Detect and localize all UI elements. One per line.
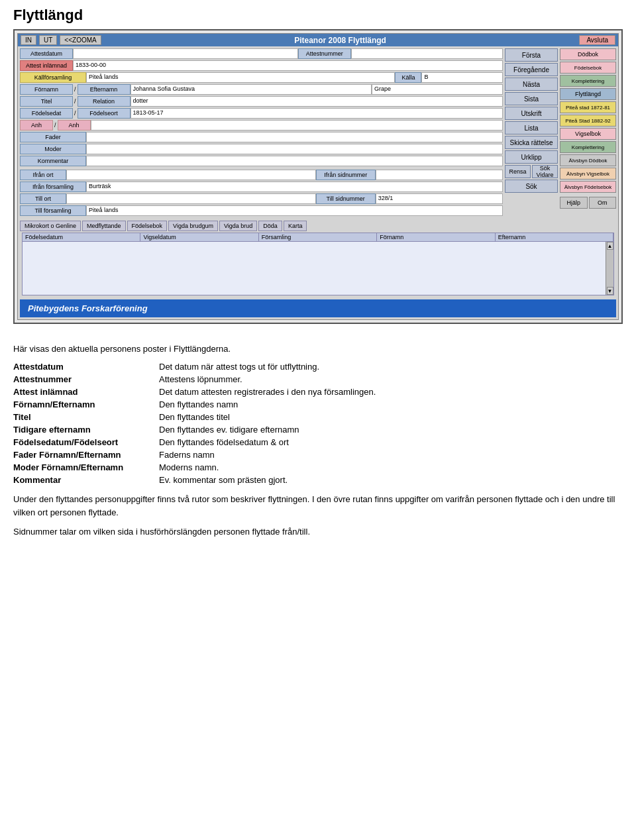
- efternamn-label: Efternamn: [78, 84, 131, 95]
- titel-label: Titel: [20, 96, 73, 107]
- fornamn-row: Förnamn / Efternamn Johanna Sofia Gustav…: [20, 84, 503, 95]
- fodelsebook-button[interactable]: Födelsebok: [560, 62, 616, 74]
- desc-label-fodelsedatum-fodelseort: Födelsedatum/Födelseort: [13, 437, 159, 447]
- till-sidnummer-value[interactable]: 328/1: [376, 193, 503, 204]
- tab-mikrokort[interactable]: Mikrokort o Genline: [20, 221, 81, 231]
- moder-value[interactable]: [86, 144, 503, 154]
- desc-row-attestnummer: Attestnummer Attestens löpnummer.: [13, 374, 623, 384]
- attestnummer-value[interactable]: [351, 48, 503, 59]
- hjalp-om-row: Hjälp Om: [560, 197, 616, 209]
- tab-medflyttande[interactable]: Medflyttande: [82, 221, 126, 231]
- skicka-rattelse-button[interactable]: Skicka rättelse: [505, 136, 558, 149]
- tab-fodelsebook[interactable]: Födelsebok: [127, 221, 168, 231]
- tab-vigda-brudgum[interactable]: Vigda brudgum: [168, 221, 218, 231]
- utskrift-button[interactable]: Utskrift: [505, 107, 558, 120]
- tab-karta[interactable]: Karta: [284, 221, 307, 231]
- tab-doda[interactable]: Döda: [258, 221, 282, 231]
- col-efternamn: Efternamn: [496, 233, 613, 241]
- desc-label-tidigare-efternamn: Tidigare efternamn: [13, 425, 159, 435]
- till-ort-value[interactable]: [66, 193, 316, 204]
- desc-row-fodelsedatum-fodelseort: Födelsedatum/Födelseort Den flyttandes f…: [13, 437, 623, 447]
- sok-button[interactable]: Sök: [505, 180, 558, 193]
- alvsbyn-vigselbok-button[interactable]: Älvsbyn Vigselbok: [560, 168, 616, 180]
- table-scrollbar[interactable]: ▲ ▼: [606, 242, 613, 295]
- attestdatum-value[interactable]: [73, 48, 298, 59]
- fornamn-value[interactable]: Johanna Sofia Gustava: [131, 84, 372, 95]
- scrollbar-up-icon[interactable]: ▲: [607, 242, 613, 250]
- fodelseort-label: Födelseort: [78, 108, 131, 119]
- sista-button[interactable]: Sista: [505, 92, 558, 105]
- alvsbyn-fodelsebook-button[interactable]: Älvsbyn Födelsebok: [560, 181, 616, 193]
- ifran-ort-row: Ifrån ort Ifrån sidnummer: [20, 170, 503, 180]
- om-button[interactable]: Om: [589, 197, 617, 209]
- desc-value-titel: Den flyttandes titel: [159, 412, 230, 422]
- kommentar-row: Kommentar: [20, 156, 503, 166]
- ut-button[interactable]: UT: [39, 35, 57, 45]
- sok-vidare-button[interactable]: SökVidare: [532, 165, 558, 178]
- attest-inlamnad-value[interactable]: 1833-00-00: [73, 60, 503, 71]
- tabs-row: Mikrokort o Genline Medflyttande Födelse…: [20, 221, 616, 231]
- vigselbok-button[interactable]: Vigselbok: [560, 128, 616, 140]
- kommentar-label: Kommentar: [20, 156, 86, 166]
- scrollbar-down-icon[interactable]: ▼: [607, 287, 613, 295]
- table-header: Födelsedatum Vigseldatum Församling Förn…: [23, 233, 613, 242]
- moder-row: Moder: [20, 144, 503, 154]
- desc-table: Attestdatum Det datum när attest togs ut…: [13, 362, 623, 485]
- pitea-stad-1872-button[interactable]: Piteå stad 1872-81: [560, 101, 616, 113]
- desc-row-fader: Fader Förnamn/Efternamn Faderns namn: [13, 450, 623, 460]
- alvsbyn-dodbok-button[interactable]: Älvsbyn Dödbok: [560, 154, 616, 166]
- kalla-value[interactable]: B: [421, 72, 503, 83]
- tab-vigda-brud[interactable]: Vigda brud: [219, 221, 257, 231]
- komplettering-button[interactable]: Komplettering: [560, 75, 616, 87]
- kommentar-value[interactable]: [86, 156, 503, 166]
- hjalp-button[interactable]: Hjälp: [560, 197, 588, 209]
- kalla-label: Källa: [395, 72, 421, 83]
- anh-value[interactable]: [91, 120, 503, 131]
- anh2-label: Anh: [58, 120, 91, 131]
- foregaende-button[interactable]: Föregående: [505, 63, 558, 76]
- desc-label-moder: Moder Förnamn/Efternamn: [13, 462, 159, 472]
- desc-value-tidigare-efternamn: Den flyttandes ev. tidigare efternamn: [159, 425, 299, 435]
- ifran-sidnummer-value[interactable]: [376, 170, 503, 180]
- efternamn-value[interactable]: Grape: [372, 84, 503, 95]
- in-button[interactable]: IN: [21, 35, 36, 45]
- rensa-button[interactable]: Rensa: [505, 165, 531, 178]
- ifran-forsamling-label: Ifrån församling: [20, 182, 86, 192]
- nasta-button[interactable]: Nästa: [505, 78, 558, 91]
- pitea-stad-1882-button[interactable]: Piteå Stad 1882-92: [560, 115, 616, 127]
- relation-label: Relation: [78, 96, 131, 107]
- till-forsamling-label: Till församling: [20, 205, 86, 216]
- desc-para2: Sidnummer talar om vilken sida i husförh…: [13, 525, 623, 539]
- fodelsedat-value[interactable]: 1813-05-17: [131, 108, 503, 119]
- desc-value-attest-inlamnad: Det datum attesten registrerades i den n…: [159, 387, 376, 397]
- kallforsamling-value[interactable]: Piteå lands: [86, 72, 395, 83]
- urklipp-button[interactable]: Urklipp: [505, 150, 558, 164]
- ifran-ort-label: Ifrån ort: [20, 170, 66, 180]
- desc-label-fornamn-efternamn: Förnamn/Efternamn: [13, 399, 159, 409]
- attestnummer-label: Attestnummer: [298, 48, 351, 59]
- titel-value[interactable]: dotter: [131, 96, 503, 107]
- screenshot-container: IN UT <<ZOOMA Piteanor 2008 Flyttlängd A…: [13, 29, 623, 324]
- dodbok-button[interactable]: Dödbok: [560, 48, 616, 60]
- col-forsamling: Församling: [259, 233, 377, 241]
- komplettering2-button[interactable]: Komplettering: [560, 141, 616, 153]
- rensa-sok-row: Rensa SökVidare: [505, 165, 558, 178]
- moder-label: Moder: [20, 144, 86, 154]
- lista-button[interactable]: Lista: [505, 121, 558, 134]
- close-button[interactable]: Avsluta: [579, 35, 615, 45]
- ifran-ort-value[interactable]: [66, 170, 316, 180]
- desc-label-attest-inlamnad: Attest inlämnad: [13, 387, 159, 397]
- desc-value-kommentar: Ev. kommentar som prästen gjort.: [159, 475, 288, 485]
- desc-row-moder: Moder Förnamn/Efternamn Moderns namn.: [13, 462, 623, 472]
- app-title: Piteanor 2008 Flyttlängd: [104, 36, 577, 45]
- table-area: Födelsedatum Vigseldatum Församling Förn…: [22, 233, 614, 295]
- brand-text: Pitebygdens Forskarförening: [28, 303, 148, 313]
- ifran-forsamling-value[interactable]: Burträsk: [86, 182, 503, 192]
- forsta-button[interactable]: Första: [505, 48, 558, 62]
- desc-value-fodelsedatum-fodelseort: Den flyttandes födelsedatum & ort: [159, 437, 289, 447]
- till-forsamling-value[interactable]: Piteå lands: [86, 205, 503, 216]
- fader-value[interactable]: [86, 132, 503, 142]
- flyttlangd-button[interactable]: Flyttlängd: [560, 88, 616, 100]
- zoom-button[interactable]: <<ZOOMA: [60, 35, 101, 45]
- till-forsamling-row: Till församling Piteå lands: [20, 205, 503, 216]
